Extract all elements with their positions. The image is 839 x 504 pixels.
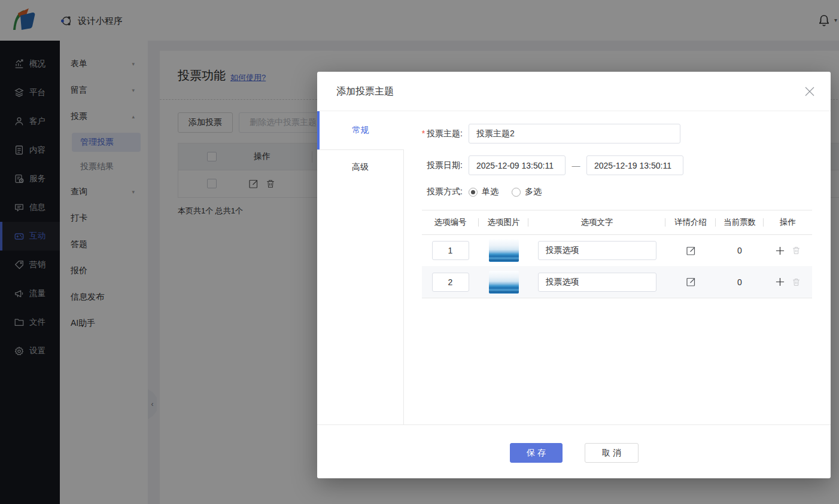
options-table: 选项编号 选项图片 选项文字 详情介绍 当前票数 操作 0: [422, 210, 812, 298]
options-table-header: 选项编号 选项图片 选项文字 详情介绍 当前票数 操作: [422, 210, 812, 235]
date-form-row: 投票日期: —: [404, 155, 683, 175]
date-end-input[interactable]: [586, 155, 683, 175]
add-vote-topic-modal: 添加投票主题 常规 高级 *投票主题: 投票日期: —: [317, 72, 831, 478]
save-button[interactable]: 保 存: [510, 443, 563, 463]
radio-dot-icon: [512, 188, 521, 197]
date-start-input[interactable]: [469, 155, 566, 175]
date-label: 投票日期:: [404, 160, 463, 171]
add-option-icon[interactable]: [775, 246, 785, 256]
delete-option-icon[interactable]: [792, 277, 801, 287]
col-header-option-text: 选项文字: [528, 217, 665, 228]
option-text-input[interactable]: [538, 273, 656, 292]
radio-dot-icon: [469, 188, 478, 197]
edit-detail-icon[interactable]: [686, 246, 696, 256]
radio-multi-choice[interactable]: 多选: [512, 187, 542, 197]
option-text-input[interactable]: [538, 241, 656, 260]
cancel-button[interactable]: 取 消: [585, 443, 639, 463]
required-asterisk: *: [422, 129, 425, 138]
mode-label: 投票方式:: [404, 187, 463, 197]
topic-input[interactable]: [469, 124, 680, 143]
close-icon[interactable]: [804, 86, 815, 97]
radio-label: 多选: [525, 187, 542, 197]
add-option-icon[interactable]: [775, 277, 785, 287]
col-header-votes: 当前票数: [716, 217, 764, 228]
current-votes-value: 0: [737, 277, 742, 287]
radio-single-choice[interactable]: 单选: [469, 187, 498, 197]
modal-header: 添加投票主题: [317, 72, 831, 111]
mode-form-row: 投票方式: 单选 多选: [404, 187, 542, 197]
edit-detail-icon[interactable]: [686, 277, 696, 287]
option-no-input[interactable]: [432, 241, 469, 260]
topic-form-row: *投票主题:: [404, 124, 680, 143]
modal-footer: 保 存 取 消: [317, 424, 831, 478]
option-image-thumbnail[interactable]: [489, 271, 519, 294]
col-header-operation: 操作: [764, 217, 812, 228]
topic-label: *投票主题:: [404, 129, 463, 139]
tab-general[interactable]: 常规: [317, 111, 404, 149]
option-image-thumbnail[interactable]: [489, 239, 519, 262]
modal-tab-bar: 常规 高级: [317, 111, 404, 424]
radio-label: 单选: [482, 187, 498, 197]
modal-title: 添加投票主题: [336, 85, 394, 98]
option-row: 0: [422, 235, 812, 266]
current-votes-value: 0: [737, 246, 742, 255]
date-range-separator: —: [566, 161, 586, 170]
delete-option-icon[interactable]: [792, 246, 801, 255]
col-header-detail: 详情介绍: [665, 217, 716, 228]
inactive-tab-panel: 高级: [317, 149, 404, 424]
option-no-input[interactable]: [432, 273, 469, 292]
tab-advanced[interactable]: 高级: [317, 150, 403, 185]
option-row: 0: [422, 266, 812, 298]
col-header-option-no: 选项编号: [422, 217, 479, 228]
col-header-option-image: 选项图片: [479, 217, 528, 228]
screen: 设计小程序 ▾ 概况 平台 客户 内容 服务 信息: [0, 0, 839, 504]
modal-body: *投票主题: 投票日期: — 投票方式: 单选 多选: [404, 111, 831, 424]
